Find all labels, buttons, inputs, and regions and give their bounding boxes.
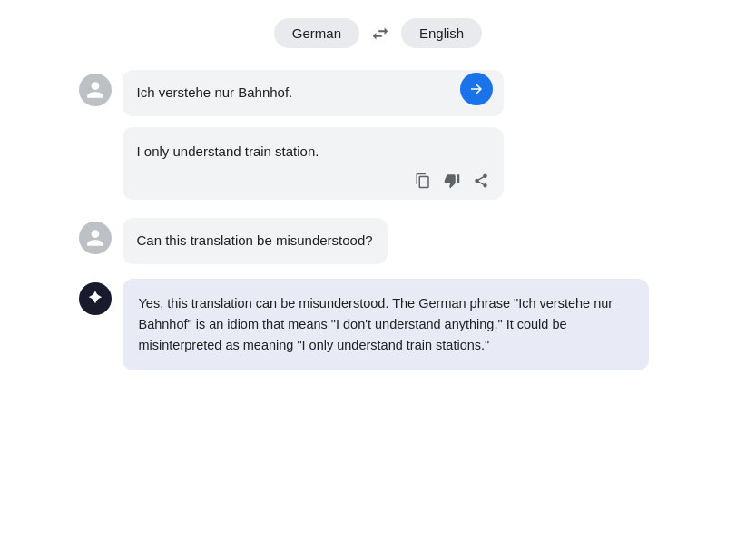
ai-answer-bubble: Yes, this translation can be misundersto… [123, 279, 649, 371]
app-container: German English Ich verstehe nur Bahnhof. [0, 0, 756, 533]
translation-block: I only understand train station. [123, 127, 504, 201]
ai-avatar [79, 282, 112, 315]
ai-answer-row: Yes, this translation can be misundersto… [79, 279, 678, 371]
user-avatar [79, 74, 112, 106]
translation-text: I only understand train station. [137, 142, 489, 163]
source-language-button[interactable]: German [274, 18, 359, 48]
language-bar: German English [274, 18, 482, 48]
user-input-row: Ich verstehe nur Bahnhof. [79, 70, 678, 116]
chat-area: Ich verstehe nur Bahnhof. I only underst… [79, 70, 678, 370]
user-avatar-2 [79, 222, 112, 254]
action-icons-row [137, 173, 489, 189]
user-input-bubble: Ich verstehe nur Bahnhof. [123, 70, 504, 116]
user-question-bubble: Can this translation be misunderstood? [123, 218, 388, 264]
user-input-text: Ich verstehe nur Bahnhof. [137, 83, 489, 104]
thumbs-down-icon[interactable] [444, 173, 460, 189]
ai-answer-text: Yes, this translation can be misundersto… [139, 296, 614, 352]
target-language-button[interactable]: English [401, 18, 482, 48]
swap-languages-icon[interactable] [370, 24, 390, 44]
send-button[interactable] [460, 73, 493, 105]
copy-icon[interactable] [415, 173, 431, 189]
user-question-text: Can this translation be misunderstood? [137, 231, 373, 252]
user-question-row: Can this translation be misunderstood? [79, 218, 678, 264]
share-icon[interactable] [473, 173, 489, 189]
